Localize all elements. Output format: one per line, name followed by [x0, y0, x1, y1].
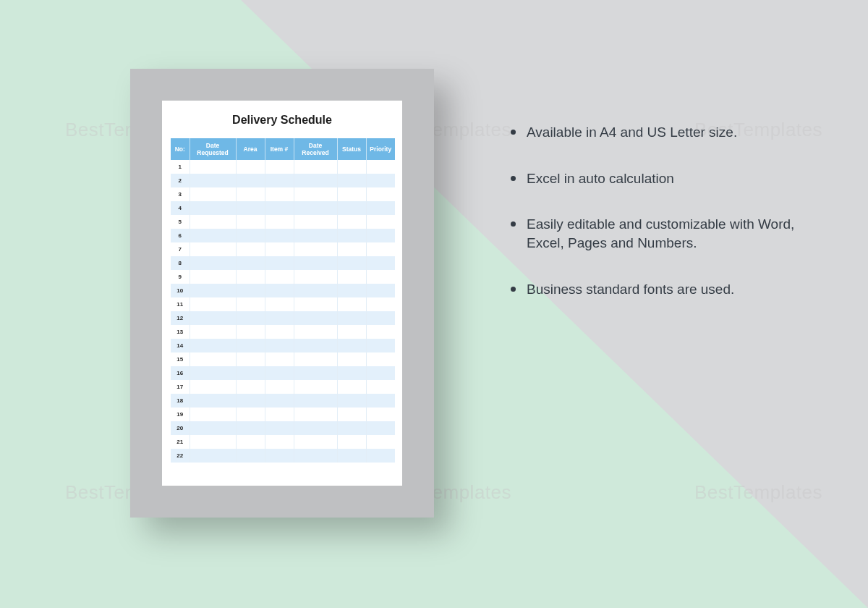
table-cell [265, 297, 294, 311]
table-cell [337, 256, 366, 270]
table-row: 1 [171, 160, 395, 174]
table-cell [236, 449, 265, 463]
table-cell [366, 160, 395, 174]
row-number: 6 [171, 229, 190, 242]
table-cell [366, 408, 395, 421]
table-cell [236, 421, 265, 435]
table-cell [265, 380, 294, 394]
row-number: 2 [171, 174, 190, 187]
table-cell [337, 435, 366, 449]
table-cell [190, 160, 236, 174]
table-row: 19 [171, 408, 395, 421]
row-number: 7 [171, 242, 190, 256]
table-row: 7 [171, 242, 395, 256]
row-number: 20 [171, 421, 190, 435]
table-cell [236, 242, 265, 256]
table-cell [294, 174, 337, 187]
table-cell [337, 394, 366, 408]
table-cell [265, 256, 294, 270]
table-cell [294, 160, 337, 174]
row-number: 13 [171, 325, 190, 339]
col-header-status: Status [337, 138, 366, 160]
table-cell [337, 339, 366, 352]
table-cell [294, 229, 337, 242]
table-cell [265, 421, 294, 435]
table-cell [337, 366, 366, 380]
table-cell [337, 229, 366, 242]
table-cell [190, 435, 236, 449]
table-cell [190, 297, 236, 311]
template-sheet: Delivery Schedule No: Date Requested Are… [162, 101, 402, 486]
table-row: 12 [171, 311, 395, 325]
col-header-area: Area [236, 138, 265, 160]
table-cell [337, 297, 366, 311]
schedule-table: No: Date Requested Area Item # Date Rece… [171, 138, 395, 463]
table-cell [337, 242, 366, 256]
table-cell [294, 449, 337, 463]
table-cell [294, 187, 337, 201]
table-cell [190, 201, 236, 215]
table-header-row: No: Date Requested Area Item # Date Rece… [171, 138, 395, 160]
table-cell [190, 215, 236, 229]
table-cell [366, 174, 395, 187]
table-cell [294, 408, 337, 421]
table-cell [337, 174, 366, 187]
table-cell [366, 270, 395, 284]
row-number: 15 [171, 352, 190, 366]
feature-item: Available in A4 and US Letter size. [506, 123, 817, 142]
table-cell [294, 215, 337, 229]
col-header-priority: Priority [366, 138, 395, 160]
table-cell [366, 242, 395, 256]
row-number: 21 [171, 435, 190, 449]
row-number: 14 [171, 339, 190, 352]
table-cell [366, 256, 395, 270]
row-number: 11 [171, 297, 190, 311]
table-cell [190, 174, 236, 187]
table-cell [337, 380, 366, 394]
table-cell [294, 421, 337, 435]
table-cell [236, 187, 265, 201]
table-cell [366, 421, 395, 435]
table-cell [337, 421, 366, 435]
row-number: 3 [171, 187, 190, 201]
table-cell [337, 160, 366, 174]
table-cell [190, 311, 236, 325]
col-header-date-received: Date Received [294, 138, 337, 160]
table-cell [265, 408, 294, 421]
table-cell [236, 380, 265, 394]
table-row: 5 [171, 215, 395, 229]
table-cell [190, 366, 236, 380]
table-cell [265, 394, 294, 408]
table-cell [366, 284, 395, 297]
table-row: 9 [171, 270, 395, 284]
row-number: 5 [171, 215, 190, 229]
table-row: 14 [171, 339, 395, 352]
table-cell [236, 366, 265, 380]
row-number: 17 [171, 380, 190, 394]
table-cell [265, 174, 294, 187]
table-cell [190, 242, 236, 256]
feature-item: Business standard fonts are used. [506, 280, 817, 299]
table-cell [366, 366, 395, 380]
table-cell [294, 201, 337, 215]
table-cell [236, 160, 265, 174]
row-number: 22 [171, 449, 190, 463]
table-row: 22 [171, 449, 395, 463]
table-cell [366, 380, 395, 394]
table-row: 2 [171, 174, 395, 187]
col-header-no: No: [171, 138, 190, 160]
row-number: 1 [171, 160, 190, 174]
table-cell [337, 187, 366, 201]
table-cell [337, 325, 366, 339]
table-cell [236, 311, 265, 325]
table-cell [236, 325, 265, 339]
row-number: 4 [171, 201, 190, 215]
table-cell [337, 215, 366, 229]
table-cell [236, 174, 265, 187]
table-cell [236, 201, 265, 215]
table-cell [236, 435, 265, 449]
table-row: 8 [171, 256, 395, 270]
table-cell [265, 449, 294, 463]
table-cell [190, 449, 236, 463]
table-cell [294, 366, 337, 380]
